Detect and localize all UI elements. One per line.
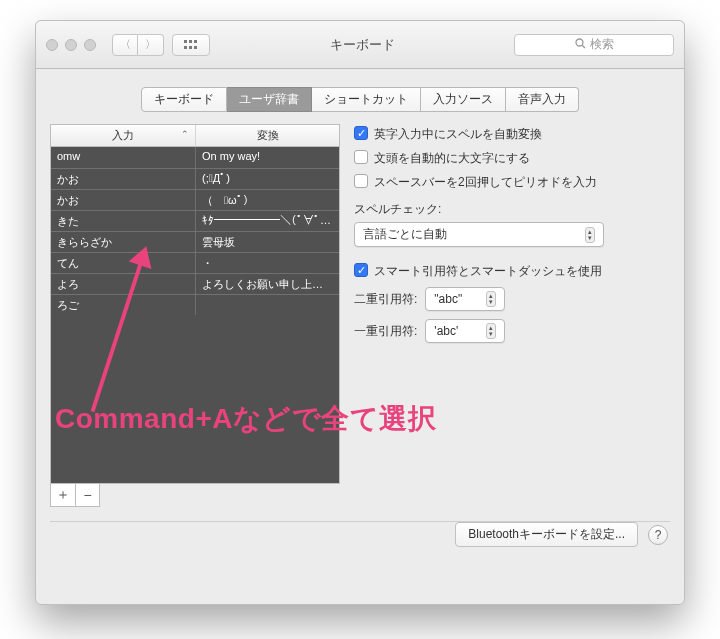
dictionary-table[interactable]: 入力 ⌃ 変換 omwOn my way!かお(;ﾟДﾟ)かお（ ﾟωﾟ）きたｷ… [50,124,340,484]
spellcheck-label: スペルチェック: [354,201,670,218]
cell-output: （ ﾟωﾟ） [195,190,339,210]
table-row[interactable]: かお（ ﾟωﾟ） [51,189,339,210]
right-column: ✓ 英字入力中にスペルを自動変換 文頭を自動的に大文字にする スペースバーを2回… [354,124,670,507]
select-value: 'abc' [434,324,458,338]
forward-button[interactable]: 〉 [138,34,164,56]
svg-point-6 [576,39,583,46]
column-output[interactable]: 変換 [195,125,339,146]
cell-input: きららざか [51,232,195,252]
tab-input-sources[interactable]: 入力ソース [421,87,506,112]
cell-output: (;ﾟДﾟ) [195,169,339,189]
grid-icon [184,40,198,50]
cell-input: omw [51,147,195,168]
select-value: 言語ごとに自動 [363,226,447,243]
checkbox-label: 英字入力中にスペルを自動変換 [374,126,542,143]
tab-user-dictionary[interactable]: ユーザ辞書 [227,87,312,112]
window-controls [46,39,96,51]
chevron-updown-icon: ▴▾ [585,227,595,243]
search-input[interactable]: 検索 [514,34,674,56]
table-row[interactable]: てん・ [51,252,339,273]
single-quotes-row: 一重引用符: 'abc' ▴▾ [354,319,670,343]
chevron-updown-icon: ▴▾ [486,323,496,339]
cell-output: ｷﾀ━━━━━━＼(ﾟ∀ﾟ)／… [195,211,339,231]
checkbox-capitalize[interactable]: 文頭を自動的に大文字にする [354,150,670,167]
table-row[interactable]: ろご [51,294,339,315]
checkbox-label: 文頭を自動的に大文字にする [374,150,530,167]
search-icon [575,38,586,52]
checkbox-icon [354,174,368,188]
spellcheck-select[interactable]: 言語ごとに自動 ▴▾ [354,222,604,247]
tab-shortcuts[interactable]: ショートカット [312,87,421,112]
svg-rect-3 [184,46,187,49]
sort-caret-icon: ⌃ [181,129,189,139]
double-quotes-row: 二重引用符: "abc" ▴▾ [354,287,670,311]
table-row[interactable]: かお(;ﾟДﾟ) [51,168,339,189]
add-button[interactable]: ＋ [51,484,75,506]
checkbox-label: スペースバーを2回押してピリオドを入力 [374,174,597,191]
column-input[interactable]: 入力 ⌃ [51,125,195,146]
checkbox-label: スマート引用符とスマートダッシュを使用 [374,263,602,280]
nav-buttons: 〈 〉 [112,34,164,56]
left-column: 入力 ⌃ 変換 omwOn my way!かお(;ﾟДﾟ)かお（ ﾟωﾟ）きたｷ… [50,124,340,507]
footer: Bluetoothキーボードを設定... ? [36,522,684,563]
cell-input: ろご [51,295,195,315]
double-quotes-select[interactable]: "abc" ▴▾ [425,287,505,311]
table-row[interactable]: きららざか雲母坂 [51,231,339,252]
close-icon[interactable] [46,39,58,51]
cell-output: ・ [195,253,339,273]
select-value: "abc" [434,292,462,306]
zoom-icon[interactable] [84,39,96,51]
minimize-icon[interactable] [65,39,77,51]
tab-keyboard[interactable]: キーボード [141,87,227,112]
form-label: 一重引用符: [354,323,417,340]
svg-rect-5 [194,46,197,49]
checkbox-icon [354,150,368,164]
table-row[interactable]: きたｷﾀ━━━━━━＼(ﾟ∀ﾟ)／… [51,210,339,231]
search-placeholder: 検索 [590,36,614,53]
svg-rect-0 [184,40,187,43]
table-row[interactable]: omwOn my way! [51,147,339,168]
checkbox-icon: ✓ [354,263,368,277]
svg-rect-1 [189,40,192,43]
content-area: 入力 ⌃ 変換 omwOn my way!かお(;ﾟДﾟ)かお（ ﾟωﾟ）きたｷ… [36,124,684,521]
bluetooth-keyboard-button[interactable]: Bluetoothキーボードを設定... [455,522,638,547]
help-button[interactable]: ? [648,525,668,545]
single-quotes-select[interactable]: 'abc' ▴▾ [425,319,505,343]
cell-input: よろ [51,274,195,294]
add-remove-controls: ＋ − [50,484,100,507]
show-all-button[interactable] [172,34,210,56]
titlebar: 〈 〉 キーボード 検索 [36,21,684,69]
cell-output: 雲母坂 [195,232,339,252]
back-button[interactable]: 〈 [112,34,138,56]
cell-input: かお [51,190,195,210]
table-body[interactable]: omwOn my way!かお(;ﾟДﾟ)かお（ ﾟωﾟ）きたｷﾀ━━━━━━＼… [51,147,339,483]
svg-rect-2 [194,40,197,43]
tab-bar: キーボード ユーザ辞書 ショートカット 入力ソース 音声入力 [36,87,684,112]
checkbox-double-space-period[interactable]: スペースバーを2回押してピリオドを入力 [354,174,670,191]
checkbox-smart-quotes[interactable]: ✓ スマート引用符とスマートダッシュを使用 [354,263,670,280]
table-header: 入力 ⌃ 変換 [51,125,339,147]
window-title: キーボード [218,36,506,54]
table-row[interactable]: よろよろしくお願い申し上げま… [51,273,339,294]
svg-rect-4 [189,46,192,49]
cell-output [195,295,339,315]
cell-input: きた [51,211,195,231]
tab-dictation[interactable]: 音声入力 [506,87,579,112]
cell-output: よろしくお願い申し上げま… [195,274,339,294]
checkbox-icon: ✓ [354,126,368,140]
cell-input: てん [51,253,195,273]
checkbox-autocorrect[interactable]: ✓ 英字入力中にスペルを自動変換 [354,126,670,143]
preferences-window: 〈 〉 キーボード 検索 キーボード ユーザ辞書 ショートカット 入力ソース 音… [35,20,685,605]
form-label: 二重引用符: [354,291,417,308]
svg-line-7 [582,45,585,48]
chevron-updown-icon: ▴▾ [486,291,496,307]
cell-output: On my way! [195,147,339,168]
cell-input: かお [51,169,195,189]
remove-button[interactable]: − [75,484,99,506]
